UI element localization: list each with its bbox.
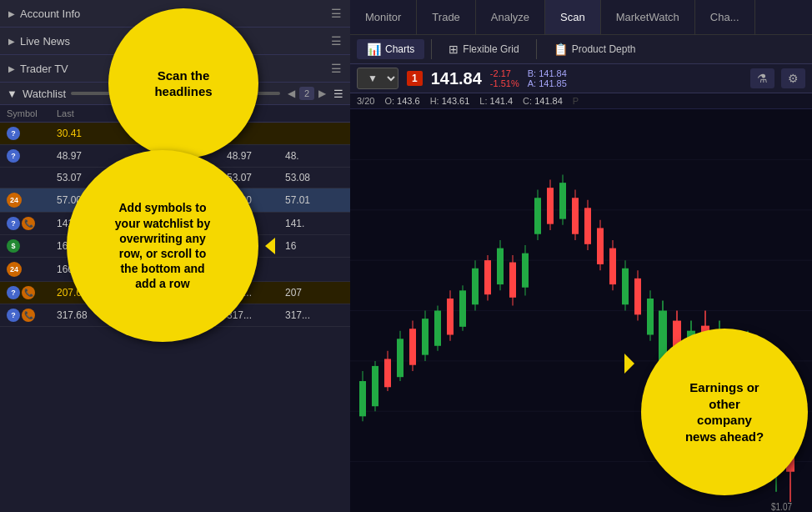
row-ask: 317... — [285, 309, 343, 321]
svg-rect-42 — [572, 198, 579, 233]
quote-dropdown[interactable]: ▼ — [357, 68, 398, 89]
svg-rect-22 — [447, 299, 454, 334]
num-icon: 24 — [7, 262, 22, 277]
watchlist-nav-arrows: ◀ 2 ▶ — [285, 87, 328, 100]
s-icon: $ — [7, 239, 20, 253]
svg-rect-14 — [397, 339, 403, 377]
tab-analyze[interactable]: Analyze — [476, 0, 545, 34]
phone-icon: 📞 — [22, 286, 35, 299]
svg-rect-36 — [534, 198, 541, 233]
row-bid: 317... — [227, 309, 285, 321]
watchlist-menu-icon[interactable]: ☰ — [333, 88, 343, 100]
toolbar-divider — [431, 39, 432, 59]
row-ask: 207 — [285, 287, 343, 299]
account-info-menu-icon[interactable]: ☰ — [331, 7, 342, 20]
svg-rect-32 — [509, 263, 516, 298]
row-bid: 53.07 — [227, 172, 285, 183]
row-ask: 16 — [285, 240, 343, 252]
product-depth-button[interactable]: 📋 Product Depth — [544, 39, 646, 59]
q-icon: ? — [7, 127, 20, 140]
svg-rect-52 — [634, 279, 641, 314]
trader-tv-label: Trader TV — [20, 63, 68, 75]
flexible-grid-button[interactable]: ⊞ Flexible Grid — [439, 39, 529, 59]
ohlc-low-label: L: 141.4 — [479, 96, 513, 106]
watchlist-bubble: Add symbols toyour watchlist byoverwriti… — [67, 150, 258, 342]
row-icons: ? 📞 — [7, 286, 57, 299]
row-icons: 24 — [7, 193, 57, 208]
svg-rect-48 — [609, 248, 616, 284]
svg-rect-20 — [434, 311, 441, 346]
tab-scan[interactable]: Scan — [545, 0, 601, 34]
svg-rect-24 — [459, 290, 466, 326]
live-news-menu-icon[interactable]: ☰ — [331, 34, 342, 48]
ohlc-date: 3/20 — [357, 96, 374, 106]
flexible-grid-label: Flexible Grid — [463, 43, 519, 55]
phone-icon: 📞 — [22, 217, 35, 230]
symbol-badge: 1 — [407, 71, 423, 86]
charts-button[interactable]: 📊 Charts — [357, 39, 424, 59]
svg-rect-10 — [372, 366, 378, 406]
flexible-grid-icon: ⊞ — [449, 43, 459, 56]
svg-rect-28 — [484, 260, 491, 294]
row-icons: ? — [7, 127, 57, 140]
price-change-pct: -1.51% — [490, 78, 519, 88]
row-bid: 48.97 — [227, 150, 285, 162]
watchlist-arrow[interactable]: ▼ — [7, 88, 18, 100]
top-navigation: Monitor Trade Analyze Scan MarketWatch C… — [350, 0, 812, 35]
row-icons: ? 📞 — [7, 309, 57, 322]
tab-monitor[interactable]: Monitor — [350, 0, 417, 34]
tab-trade-label: Trade — [432, 11, 459, 23]
col-symbol: Symbol — [7, 108, 57, 118]
row-ask: 48. — [285, 150, 343, 162]
phone-icon: 📞 — [22, 309, 35, 322]
price-label: $1.07 — [771, 501, 792, 512]
price-display: 141.84 — [431, 69, 482, 88]
svg-rect-34 — [522, 253, 529, 288]
q-icon: ? — [7, 309, 20, 322]
svg-rect-16 — [409, 329, 416, 364]
flask-icon-btn[interactable]: ⚗ — [750, 68, 774, 88]
q-icon: ? — [7, 149, 20, 163]
svg-rect-30 — [497, 248, 504, 284]
charts-btn-label: Charts — [385, 43, 414, 55]
q-icon: ? — [7, 286, 20, 299]
trader-tv-menu-icon[interactable]: ☰ — [331, 62, 342, 75]
num-icon: 24 — [7, 193, 22, 208]
product-depth-label: Product Depth — [572, 43, 636, 55]
price-change: -2.17 — [490, 68, 519, 78]
tab-scan-label: Scan — [560, 11, 585, 23]
earnings-bubble-text: Earnings orothercompanynews ahead? — [685, 379, 764, 444]
tab-trade[interactable]: Trade — [417, 0, 475, 34]
watchlist-prev-arrow[interactable]: ◀ — [285, 87, 298, 100]
watchlist-bubble-text: Add symbols toyour watchlist byoverwriti… — [115, 200, 210, 291]
watchlist-next-arrow[interactable]: ▶ — [316, 87, 328, 100]
svg-rect-50 — [622, 269, 629, 304]
change-info: -2.17 -1.51% — [490, 68, 519, 88]
row-icons: ? — [7, 149, 57, 163]
svg-rect-44 — [584, 208, 591, 243]
toolbar-divider-2 — [536, 39, 537, 59]
tab-marketwatch[interactable]: MarketWatch — [601, 0, 695, 34]
svg-rect-54 — [647, 299, 654, 334]
settings-icon-btn[interactable]: ⚙ — [781, 68, 805, 88]
ohlc-extra: P — [573, 96, 579, 106]
watchlist-title: Watchlist — [23, 88, 66, 100]
chart-toolbar: 📊 Charts ⊞ Flexible Grid 📋 Product Depth — [350, 35, 812, 64]
tab-analyze-label: Analyze — [491, 11, 529, 23]
row-icons: ? 📞 — [7, 217, 57, 230]
bid-value: B: 141.84 — [528, 68, 567, 78]
svg-rect-26 — [472, 269, 479, 304]
tab-monitor-label: Monitor — [365, 11, 401, 23]
ohlc-open-label: O: 143.6 — [384, 96, 419, 106]
col-extra — [285, 108, 343, 118]
ohlc-high-label: H: 143.61 — [430, 96, 470, 106]
live-news-arrow: ▶ — [8, 37, 15, 46]
row-ask: 141. — [285, 218, 343, 229]
scan-bubble: Scan theheadlines — [108, 8, 258, 158]
tab-marketwatch-label: MarketWatch — [616, 11, 679, 23]
svg-rect-46 — [597, 228, 604, 264]
tab-charts[interactable]: Cha... — [695, 0, 755, 34]
row-ask: 57.01 — [285, 194, 343, 206]
q-icon: ? — [7, 217, 20, 230]
svg-rect-40 — [559, 183, 566, 218]
